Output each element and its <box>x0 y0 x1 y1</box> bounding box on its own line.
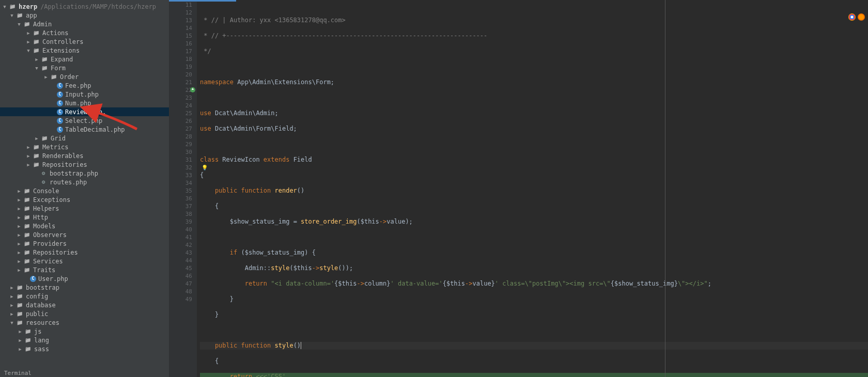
tree-folder-models[interactable]: ▶Models <box>0 222 169 230</box>
tree-folder-exceptions[interactable]: ▶Exceptions <box>0 195 169 204</box>
chevron-right-icon: ▶ <box>26 153 31 159</box>
project-tree-sidebar[interactable]: ▼hzerp/Applications/MAMP/htdocs/hzerp ▼a… <box>0 0 169 377</box>
tree-folder-form[interactable]: ▼Form <box>0 64 169 72</box>
chevron-right-icon: ▶ <box>18 347 23 352</box>
tree-root[interactable]: ▼hzerp/Applications/MAMP/htdocs/hzerp <box>0 2 169 11</box>
folder-icon <box>16 310 24 318</box>
tree-folder-actions[interactable]: ▶Actions <box>0 28 169 37</box>
tree-folder-expand[interactable]: ▶Expand <box>0 55 169 64</box>
folder-icon <box>32 29 40 37</box>
tree-folder-config[interactable]: ▶config <box>0 292 169 301</box>
tree-folder-repositories2[interactable]: ▶Repositories <box>0 248 169 257</box>
folder-icon <box>32 38 40 46</box>
code-area[interactable]: * // | Author: yxx <1365831278@qq.com> *… <box>197 0 868 377</box>
code-line: */ <box>200 48 211 55</box>
tree-file-reviewicon[interactable]: ▶ReviewIcon. <box>0 107 169 116</box>
text-caret <box>301 342 301 349</box>
tree-folder-observers[interactable]: ▶Observers <box>0 230 169 239</box>
tree-folder-admin[interactable]: ▼Admin <box>0 20 169 28</box>
tree-folder-helpers[interactable]: ▶Helpers <box>0 204 169 213</box>
tree-file-tabledecimal[interactable]: ▶TableDecimal.php <box>0 125 169 134</box>
chevron-down-icon: ▼ <box>34 66 39 71</box>
chevron-right-icon: ▶ <box>9 294 14 299</box>
tree-folder-extensions[interactable]: ▼Extensions <box>0 46 169 55</box>
folder-icon <box>24 336 32 344</box>
php-class-icon <box>57 100 63 106</box>
tree-folder-renderables[interactable]: ▶Renderables <box>0 151 169 160</box>
tree-folder-bootstrap[interactable]: ▶bootstrap <box>0 283 169 292</box>
folder-icon <box>23 205 31 213</box>
tree-folder-console[interactable]: ▶Console <box>0 186 169 195</box>
folder-icon <box>23 266 31 274</box>
tree-folder-providers[interactable]: ▶Providers <box>0 239 169 248</box>
tool-window-terminal[interactable]: Terminal <box>0 370 169 377</box>
tree-folder-database[interactable]: ▶database <box>0 301 169 309</box>
chevron-down-icon: ▼ <box>9 13 14 18</box>
editor-gutter: 1112131415161718192021222324252627282930… <box>169 0 197 377</box>
tree-folder-order[interactable]: ▶Order <box>0 72 169 81</box>
chevron-right-icon: ▶ <box>17 232 22 238</box>
folder-icon <box>32 161 40 169</box>
chevron-right-icon: ▶ <box>26 162 31 167</box>
code-line: * // | Author: yxx <1365831278@qq.com> <box>200 17 346 24</box>
folder-icon <box>32 143 40 151</box>
tree-folder-lang[interactable]: ▶lang <box>0 336 169 344</box>
folder-icon <box>23 248 31 257</box>
chevron-right-icon: ▶ <box>9 285 14 290</box>
chevron-right-icon: ▶ <box>17 224 22 229</box>
firefox-icon[interactable] <box>858 13 865 21</box>
project-path: /Applications/MAMP/htdocs/hzerp <box>40 3 156 10</box>
chevron-right-icon: ▶ <box>43 74 49 80</box>
override-gutter-icon[interactable] <box>190 87 195 92</box>
browser-preview-icons <box>848 13 865 21</box>
folder-icon <box>16 11 24 20</box>
tree-file-user[interactable]: ▶User.php <box>0 274 169 283</box>
tree-file-num[interactable]: ▶Num.php <box>0 99 169 107</box>
tree-file-input[interactable]: ▶Input.php <box>0 90 169 99</box>
tree-folder-resources[interactable]: ▼resources <box>0 318 169 327</box>
chevron-right-icon: ▶ <box>17 241 22 246</box>
tree-folder-js[interactable]: ▶js <box>0 327 169 336</box>
php-class-icon <box>30 276 36 282</box>
code-line: * // +----------------------------------… <box>200 32 487 39</box>
tree-folder-grid[interactable]: ▶Grid <box>0 134 169 143</box>
folder-icon <box>23 222 31 230</box>
tree-folder-traits[interactable]: ▶Traits <box>0 265 169 274</box>
folder-icon <box>23 20 31 28</box>
tree-file-fee[interactable]: ▶Fee.php <box>0 81 169 90</box>
chevron-right-icon: ▶ <box>17 259 22 264</box>
folder-icon <box>8 3 17 11</box>
project-name: hzerp <box>19 3 37 10</box>
chrome-icon[interactable] <box>848 13 856 21</box>
folder-icon <box>40 64 49 72</box>
folder-icon <box>23 187 31 195</box>
php-file-icon <box>39 178 48 186</box>
chevron-right-icon: ▶ <box>18 329 23 334</box>
tree-folder-repositories[interactable]: ▶Repositories <box>0 160 169 169</box>
tree-folder-app[interactable]: ▼app <box>0 11 169 20</box>
tree-folder-http[interactable]: ▶Http <box>0 213 169 222</box>
tree-folder-services[interactable]: ▶Services <box>0 257 169 265</box>
folder-icon <box>23 213 31 222</box>
chevron-right-icon: ▶ <box>34 136 39 141</box>
folder-icon <box>24 327 32 336</box>
chevron-right-icon: ▶ <box>18 338 23 343</box>
php-class-icon <box>57 91 63 98</box>
tree-file-bootstrap[interactable]: ▶bootstrap.php <box>0 169 169 178</box>
tree-folder-metrics[interactable]: ▶Metrics <box>0 143 169 151</box>
php-file-icon <box>39 169 48 178</box>
tree-folder-controllers[interactable]: ▶Controllers <box>0 37 169 46</box>
chevron-right-icon: ▶ <box>9 311 14 317</box>
right-margin-ruler <box>665 0 665 377</box>
chevron-right-icon: ▶ <box>26 39 31 44</box>
chevron-down-icon: ▼ <box>9 320 14 325</box>
folder-icon <box>16 301 24 309</box>
folder-icon <box>23 257 31 265</box>
tree-folder-sass[interactable]: ▶sass <box>0 344 169 353</box>
php-class-icon <box>57 127 63 133</box>
chevron-right-icon: ▶ <box>17 197 22 202</box>
code-editor[interactable]: 1112131415161718192021222324252627282930… <box>169 0 868 377</box>
tree-folder-public[interactable]: ▶public <box>0 309 169 318</box>
tree-file-routes[interactable]: ▶routes.php <box>0 178 169 186</box>
tree-file-select[interactable]: ▶Select.php <box>0 116 169 125</box>
